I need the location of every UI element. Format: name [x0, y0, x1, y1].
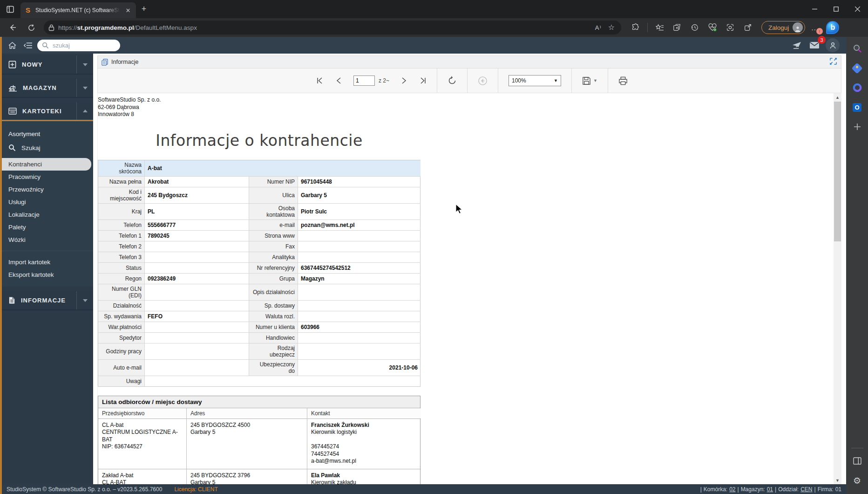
window-maximize-button[interactable] [825, 0, 847, 18]
address-bar[interactable]: https://st.programdemo.pl/DefaultLeftMen… [44, 21, 621, 34]
sidebar-item-kontrahenci[interactable]: Kontrahenci [2, 158, 91, 171]
collapse-menu-button[interactable] [21, 39, 34, 52]
window-close-button[interactable] [847, 0, 868, 18]
print-button[interactable] [618, 76, 628, 85]
status-value[interactable]: CEN [800, 486, 812, 493]
sidebar-item-pracownicy[interactable]: Pracownicy [2, 171, 93, 183]
sidebar-item-przewoźnicy[interactable]: Przewoźnicy [2, 183, 93, 196]
notification-badge: ↑ [816, 28, 823, 34]
last-page-button[interactable] [419, 77, 427, 84]
scrollbar-thumb[interactable] [834, 102, 841, 241]
sidebar: NOWY MAGAZYN KARTOTEKI Asortyment Szukaj… [2, 54, 93, 484]
submenu-search[interactable]: Szukaj [2, 142, 93, 158]
browser-essentials-button[interactable] [705, 21, 720, 34]
save-export-button[interactable]: ▼ [582, 76, 597, 85]
office-sidebar-button[interactable] [849, 80, 865, 96]
field-label: Uwagi [98, 376, 144, 386]
sidebar-section-kartoteki[interactable]: KARTOTEKI [2, 102, 93, 121]
login-button[interactable]: Zaloguj [761, 21, 805, 34]
section-label: NOWY [22, 61, 42, 68]
history-button[interactable] [687, 21, 703, 34]
status-value[interactable]: 02 [729, 486, 735, 493]
refresh-report-button[interactable] [448, 76, 457, 85]
outlook-sidebar-button[interactable]: O [849, 99, 865, 115]
chevron-down-icon[interactable] [76, 79, 93, 97]
sidebar-item-wózki[interactable]: Wózki [2, 233, 93, 246]
favorites-button[interactable] [651, 21, 667, 34]
status-context: | Komórka: 02 | Magazyn: 01 | Oddział: C… [700, 486, 841, 493]
tab-actions-button[interactable] [0, 0, 20, 18]
add-sidebar-button[interactable] [849, 119, 865, 135]
cell-address: 245 BYDGOSZCZ 3796Garbary 5 [186, 469, 307, 485]
page-count-label: z 2~ [379, 77, 389, 84]
back-button[interactable] [5, 21, 20, 34]
field-label: Rodzaj ubezpiecz [249, 343, 298, 359]
back-to-parent-button[interactable] [478, 76, 488, 86]
favorite-star-icon[interactable]: ☆ [608, 24, 615, 31]
sidebar-action-import-kartotek[interactable]: Import kartotek [2, 256, 93, 268]
user-menu-button[interactable] [826, 38, 840, 52]
sidebar-action-eksport-kartotek[interactable]: Eksport kartotek [2, 268, 93, 281]
field-label: Opis działalności [249, 284, 298, 300]
expand-panel-button[interactable] [829, 57, 837, 67]
zoom-select[interactable]: 100% ▼ [509, 75, 561, 86]
shopping-tag-icon [851, 62, 862, 74]
app-toolbar: 3 [2, 37, 846, 54]
chevron-down-icon[interactable] [76, 55, 93, 74]
first-page-button[interactable] [316, 77, 324, 84]
sidebar-section-nowy[interactable]: NOWY [2, 55, 93, 75]
field-value [144, 343, 249, 359]
column-header: Przedsiębiorstwo [98, 408, 186, 419]
report-content: SoftwareStudio Sp. z o.o. 62-069 Dąbrowa… [97, 93, 841, 484]
home-button[interactable] [6, 39, 19, 52]
share-button[interactable] [740, 21, 756, 34]
submenu-divider [2, 251, 93, 251]
send-button[interactable] [790, 39, 803, 52]
chevron-down-icon[interactable] [76, 291, 93, 309]
field-value [144, 376, 420, 386]
global-search[interactable] [37, 40, 120, 51]
field-label: Numer GLN (EDI) [98, 284, 144, 300]
sidebar-item-palety[interactable]: Palety [2, 221, 93, 233]
mail-button[interactable]: 3 [808, 39, 821, 52]
refresh-button[interactable] [23, 21, 39, 34]
tab-close-icon[interactable]: ✕ [124, 6, 132, 14]
url-text: https://st.programdemo.pl/DefaultLeftMen… [58, 24, 591, 31]
field-label: Handlowiec [249, 332, 298, 343]
status-value[interactable]: 01 [767, 486, 773, 493]
search-input[interactable] [52, 41, 108, 49]
field-label: Analityka [249, 252, 298, 262]
collections-button[interactable] [669, 21, 685, 34]
read-aloud-icon[interactable]: A⁾ [595, 24, 602, 31]
previous-page-button[interactable] [336, 77, 341, 84]
new-tab-button[interactable]: + [136, 4, 152, 14]
settings-menu-button[interactable]: ... ↑ [808, 21, 822, 34]
window-minimize-button[interactable] [804, 0, 825, 18]
extensions-button[interactable] [628, 21, 644, 34]
status-label: Magazyn: [741, 486, 765, 493]
sidebar-panel-button[interactable] [849, 453, 865, 469]
field-label: Ulica [249, 187, 298, 203]
page-number-input[interactable] [353, 75, 375, 86]
field-label: Spedytor [98, 332, 144, 343]
field-label: Status [98, 262, 144, 273]
field-value: 2021-10-06 [298, 359, 420, 376]
field-value [144, 300, 249, 311]
search-sidebar-button[interactable] [849, 41, 865, 56]
browser-tab[interactable]: S StudioSystem.NET (c) SoftwareSt ✕ [20, 2, 136, 18]
report-scrollbar[interactable]: ▲ ▼ [834, 93, 841, 484]
next-page-button[interactable] [401, 77, 407, 84]
bing-discover-button[interactable]: b [825, 20, 841, 35]
field-value: poznan@wms.net.pl [298, 220, 420, 230]
chevron-up-icon[interactable] [76, 102, 93, 120]
shopping-sidebar-button[interactable] [849, 60, 865, 76]
sidebar-item-lokalizacje[interactable]: Lokalizacje [2, 208, 93, 221]
web-capture-button[interactable] [722, 21, 738, 34]
sidebar-section-magazyn[interactable]: MAGAZYN [2, 79, 93, 98]
scroll-down-icon[interactable]: ▼ [834, 476, 841, 484]
sidebar-section-informacje[interactable]: INFORMACJE [2, 291, 93, 310]
scroll-up-icon[interactable]: ▲ [834, 93, 841, 101]
gear-icon[interactable]: ⚙ [849, 473, 865, 488]
field-value: FEFO [144, 311, 249, 322]
sidebar-item-usługi[interactable]: Usługi [2, 196, 93, 208]
